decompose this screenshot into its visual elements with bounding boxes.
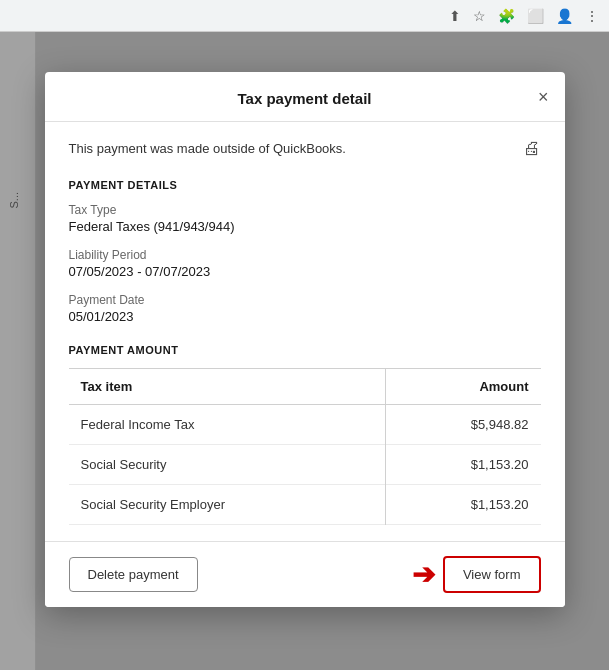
tax-payment-modal: Tax payment detail × This payment was ma…	[45, 72, 565, 607]
amount-cell: $1,153.20	[386, 445, 541, 485]
payment-date-label: Payment Date	[69, 293, 541, 307]
table-header-row: Tax item Amount	[69, 369, 541, 405]
arrow-container: ➔ View form	[412, 556, 541, 593]
browser-bar: ⬆ ☆ 🧩 ⬜ 👤 ⋮	[0, 0, 609, 32]
table-row: Federal Income Tax $5,948.82	[69, 405, 541, 445]
view-form-button[interactable]: View form	[443, 556, 541, 593]
table-row: Social Security $1,153.20	[69, 445, 541, 485]
liability-period-label: Liability Period	[69, 248, 541, 262]
print-icon[interactable]: 🖨	[523, 138, 541, 159]
arrow-icon: ➔	[412, 561, 435, 589]
share-icon[interactable]: ⬆	[449, 8, 461, 24]
close-button[interactable]: ×	[538, 88, 549, 106]
payment-date-field: Payment Date 05/01/2023	[69, 293, 541, 324]
modal-overlay: Tax payment detail × This payment was ma…	[0, 32, 609, 670]
amount-cell: $1,153.20	[386, 485, 541, 525]
tax-type-value: Federal Taxes (941/943/944)	[69, 219, 541, 234]
tax-item-header: Tax item	[69, 369, 386, 405]
payment-amount-section: PAYMENT AMOUNT Tax item Amount Federal I…	[69, 344, 541, 525]
tax-type-field: Tax Type Federal Taxes (941/943/944)	[69, 203, 541, 234]
window-icon[interactable]: ⬜	[527, 8, 544, 24]
payment-details-heading: PAYMENT DETAILS	[69, 179, 541, 191]
star-icon[interactable]: ☆	[473, 8, 486, 24]
payment-amount-heading: PAYMENT AMOUNT	[69, 344, 541, 356]
tax-type-label: Tax Type	[69, 203, 541, 217]
menu-icon[interactable]: ⋮	[585, 8, 599, 24]
liability-period-value: 07/05/2023 - 07/07/2023	[69, 264, 541, 279]
payment-date-value: 05/01/2023	[69, 309, 541, 324]
user-icon[interactable]: 👤	[556, 8, 573, 24]
payment-details-section: PAYMENT DETAILS Tax Type Federal Taxes (…	[69, 179, 541, 324]
tax-item-cell: Federal Income Tax	[69, 405, 386, 445]
liability-period-field: Liability Period 07/05/2023 - 07/07/2023	[69, 248, 541, 279]
browser-icons: ⬆ ☆ 🧩 ⬜ 👤 ⋮	[449, 8, 599, 24]
modal-header: Tax payment detail ×	[45, 72, 565, 122]
delete-payment-button[interactable]: Delete payment	[69, 557, 198, 592]
amount-cell: $5,948.82	[386, 405, 541, 445]
amount-table: Tax item Amount Federal Income Tax $5,94…	[69, 368, 541, 525]
table-row: Social Security Employer $1,153.20	[69, 485, 541, 525]
modal-title: Tax payment detail	[238, 90, 372, 107]
outside-notice: This payment was made outside of QuickBo…	[69, 138, 541, 159]
tax-item-cell: Social Security	[69, 445, 386, 485]
outside-notice-text: This payment was made outside of QuickBo…	[69, 141, 346, 156]
tax-item-cell: Social Security Employer	[69, 485, 386, 525]
modal-footer: Delete payment ➔ View form	[45, 541, 565, 607]
modal-body: This payment was made outside of QuickBo…	[45, 122, 565, 541]
puzzle-icon[interactable]: 🧩	[498, 8, 515, 24]
amount-header: Amount	[386, 369, 541, 405]
